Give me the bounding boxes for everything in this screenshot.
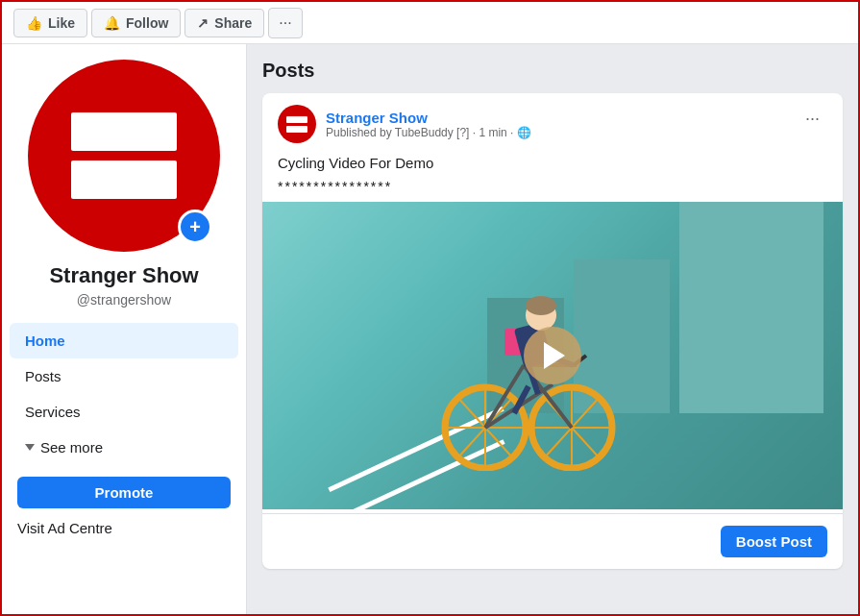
cyclist-svg	[428, 279, 620, 471]
add-photo-button[interactable]: +	[178, 209, 212, 244]
more-label: ···	[279, 14, 291, 31]
like-label: Like	[48, 15, 75, 31]
share-button[interactable]: Share	[184, 9, 264, 37]
post-author-info: Stranger Show Published by TubeBuddy [?]…	[278, 105, 531, 143]
post-meta-text: Published by TubeBuddy [?] · 1 min · 🌐	[326, 126, 531, 139]
stop-sign-icon	[71, 112, 177, 199]
page-handle: @strangershow	[77, 292, 171, 308]
post-footer: Boost Post	[262, 513, 843, 569]
profile-avatar-wrapper: +	[28, 60, 220, 252]
more-button[interactable]: ···	[268, 8, 302, 38]
follow-label: Follow	[126, 15, 168, 31]
post-more-button[interactable]: ···	[798, 105, 827, 133]
see-more-item[interactable]: See more	[10, 430, 238, 465]
follow-button[interactable]: Follow	[91, 9, 181, 37]
content-area: Posts Stranger Show Publ	[247, 44, 858, 614]
post-header: Stranger Show Published by TubeBuddy [?]…	[262, 93, 843, 151]
page-wrapper: Like Follow Share ···	[2, 2, 858, 614]
follow-icon	[104, 15, 120, 31]
share-label: Share	[214, 15, 252, 31]
nav-posts-label: Posts	[25, 368, 61, 384]
play-triangle-icon	[544, 342, 565, 369]
post-more-icon: ···	[805, 109, 820, 128]
nav-list: Home Posts Services See more	[2, 323, 246, 465]
stop-bar-bottom	[71, 160, 177, 199]
visit-ad-centre-link[interactable]: Visit Ad Centre	[2, 512, 246, 544]
nav-item-posts[interactable]: Posts	[10, 358, 238, 394]
post-author-details: Stranger Show Published by TubeBuddy [?]…	[326, 110, 531, 139]
stop-bar-top	[71, 112, 177, 151]
post-avatar-stop-sign	[286, 116, 307, 133]
nav-services-label: Services	[25, 404, 81, 420]
nav-item-services[interactable]: Services	[10, 394, 238, 430]
post-avatar	[278, 105, 316, 143]
post-title: Cycling Video For Demo	[262, 151, 843, 179]
post-avatar-bar-bottom	[286, 126, 307, 133]
building-1	[679, 202, 823, 413]
nav-item-home[interactable]: Home	[10, 323, 238, 358]
chevron-down-icon	[25, 444, 35, 451]
like-button[interactable]: Like	[13, 9, 87, 37]
top-bar: Like Follow Share ···	[2, 2, 858, 44]
post-avatar-bar-top	[286, 116, 307, 123]
post-video-wrapper[interactable]	[262, 202, 843, 509]
plus-icon: +	[189, 217, 201, 236]
post-stars: ****************	[262, 179, 843, 202]
page-name: Stranger Show	[49, 263, 198, 288]
nav-home-label: Home	[25, 333, 65, 349]
share-icon	[197, 15, 209, 31]
boost-post-button[interactable]: Boost Post	[721, 526, 827, 557]
svg-point-18	[526, 296, 556, 315]
see-more-label: See more	[40, 439, 103, 456]
svg-line-10	[485, 365, 524, 428]
main-layout: + Stranger Show @strangershow Home Posts…	[2, 44, 858, 614]
post-meta: Published by TubeBuddy [?] · 1 min · 🌐	[326, 126, 531, 139]
post-video-thumbnail	[262, 202, 843, 509]
sidebar: + Stranger Show @strangershow Home Posts…	[2, 44, 247, 614]
post-author-name[interactable]: Stranger Show	[326, 110, 531, 126]
posts-header: Posts	[262, 60, 843, 82]
post-card: Stranger Show Published by TubeBuddy [?]…	[262, 93, 843, 569]
promote-button[interactable]: Promote	[17, 477, 231, 508]
like-icon	[26, 15, 42, 31]
play-button[interactable]	[524, 327, 581, 384]
